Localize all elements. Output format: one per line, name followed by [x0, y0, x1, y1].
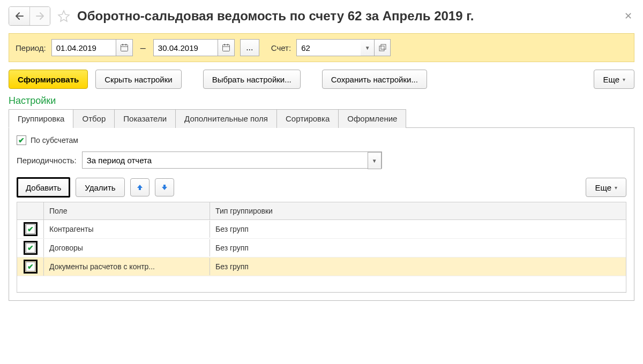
- account-label: Счет:: [271, 43, 291, 52]
- header-type: Тип группировки: [210, 202, 626, 219]
- date-to-input[interactable]: [153, 39, 218, 56]
- svg-rect-8: [379, 46, 384, 51]
- toolbar-more-label: Еще: [595, 183, 611, 192]
- header-field: Поле: [44, 202, 210, 219]
- arrow-down-icon: [161, 184, 168, 191]
- run-button[interactable]: Сформировать: [9, 70, 88, 89]
- chevron-down-icon: ▾: [623, 77, 625, 82]
- header-checkbox-col: [17, 202, 44, 219]
- save-settings-button[interactable]: Сохранить настройки...: [322, 70, 427, 89]
- grouping-toolbar: Добавить Удалить Еще ▾: [17, 177, 626, 198]
- move-up-button[interactable]: [130, 178, 149, 196]
- forward-button[interactable]: [29, 7, 50, 25]
- grouping-table: Поле Тип группировки Контрагенты Без гру…: [17, 202, 626, 293]
- arrow-left-icon: [15, 12, 24, 20]
- nav-buttons: [9, 6, 50, 26]
- arrow-up-icon: [136, 184, 144, 191]
- periodicity-row: Периодичность: ▼: [17, 151, 626, 169]
- page-title: Оборотно-сальдовая ведомость по счету 62…: [77, 9, 474, 24]
- date-from-group: [51, 39, 133, 56]
- period-separator: –: [138, 42, 148, 54]
- svg-rect-0: [121, 45, 128, 51]
- hide-settings-label: Скрыть настройки: [104, 75, 172, 84]
- hide-settings-button[interactable]: Скрыть настройки: [95, 70, 181, 89]
- row-field: Документы расчетов с контр...: [44, 258, 210, 275]
- settings-heading: Настройки: [9, 95, 634, 107]
- favorite-star-icon[interactable]: [56, 8, 72, 24]
- tab-indicators[interactable]: Показатели: [114, 109, 176, 128]
- delete-button[interactable]: Удалить: [76, 178, 124, 197]
- row-checkbox[interactable]: [26, 243, 35, 253]
- save-settings-label: Сохранить настройки...: [331, 75, 418, 84]
- row-checkbox[interactable]: [26, 224, 35, 234]
- open-external-icon: [379, 44, 386, 51]
- periodicity-label: Периодичность:: [17, 156, 77, 165]
- period-bar: Период: – ... Счет: ▼: [9, 33, 634, 62]
- close-icon[interactable]: ✕: [622, 8, 634, 24]
- periodicity-select[interactable]: ▼: [82, 151, 382, 169]
- add-button[interactable]: Добавить: [17, 177, 70, 198]
- date-to-calendar-button[interactable]: [218, 39, 235, 56]
- row-type: Без групп: [210, 239, 626, 256]
- table-header: Поле Тип группировки: [17, 202, 626, 220]
- tab-body-grouping: По субсчетам Периодичность: ▼ Добавить У…: [9, 128, 634, 301]
- account-open-button[interactable]: [375, 39, 391, 56]
- calendar-icon: [120, 43, 129, 52]
- account-input[interactable]: [296, 39, 361, 56]
- table-row[interactable]: Договоры Без групп: [17, 239, 626, 257]
- tab-extra-fields[interactable]: Дополнительные поля: [175, 109, 277, 128]
- table-blank-row: [17, 276, 626, 292]
- by-subaccounts-label: По субсчетам: [31, 136, 78, 145]
- tab-filter[interactable]: Отбор: [73, 109, 115, 128]
- tab-grouping[interactable]: Группировка: [9, 109, 73, 128]
- table-row[interactable]: Контрагенты Без групп: [17, 220, 626, 239]
- account-dropdown-button[interactable]: ▼: [361, 39, 375, 56]
- calendar-icon: [222, 43, 230, 52]
- choose-settings-button[interactable]: Выбрать настройки...: [203, 70, 301, 89]
- move-down-button[interactable]: [155, 178, 174, 196]
- add-button-label: Добавить: [26, 183, 61, 192]
- action-row: Сформировать Скрыть настройки Выбрать на…: [9, 70, 634, 89]
- more-button-label: Еще: [603, 75, 619, 84]
- tab-sorting[interactable]: Сортировка: [276, 109, 339, 128]
- period-label: Период:: [16, 43, 46, 52]
- toolbar-more-button[interactable]: Еще ▾: [586, 178, 626, 197]
- row-field: Контрагенты: [44, 221, 210, 238]
- delete-button-label: Удалить: [85, 183, 115, 192]
- row-type: Без групп: [210, 221, 626, 238]
- arrow-right-icon: [36, 12, 44, 20]
- tab-appearance[interactable]: Оформление: [338, 109, 406, 128]
- row-field: Договоры: [44, 239, 210, 256]
- back-button[interactable]: [9, 7, 29, 25]
- settings-tabs: Группировка Отбор Показатели Дополнитель…: [9, 109, 634, 128]
- svg-rect-4: [222, 45, 229, 51]
- row-type: Без групп: [210, 258, 626, 275]
- date-from-input[interactable]: [51, 39, 116, 56]
- svg-rect-9: [381, 44, 386, 49]
- periodicity-input[interactable]: [83, 152, 368, 168]
- choose-settings-label: Выбрать настройки...: [212, 75, 291, 84]
- periodicity-dropdown-button[interactable]: ▼: [368, 152, 382, 169]
- account-group: ▼: [296, 39, 391, 56]
- date-to-group: [153, 39, 235, 56]
- row-checkbox[interactable]: [26, 262, 35, 271]
- table-row[interactable]: Документы расчетов с контр... Без групп: [17, 257, 626, 276]
- period-picker-button[interactable]: ...: [240, 39, 259, 56]
- run-button-label: Сформировать: [18, 75, 79, 84]
- date-from-calendar-button[interactable]: [116, 39, 133, 56]
- by-subaccounts-checkbox[interactable]: [17, 135, 26, 145]
- more-button[interactable]: Еще ▾: [594, 70, 634, 89]
- by-subaccounts-row: По субсчетам: [17, 135, 626, 145]
- chevron-down-icon: ▾: [615, 185, 617, 191]
